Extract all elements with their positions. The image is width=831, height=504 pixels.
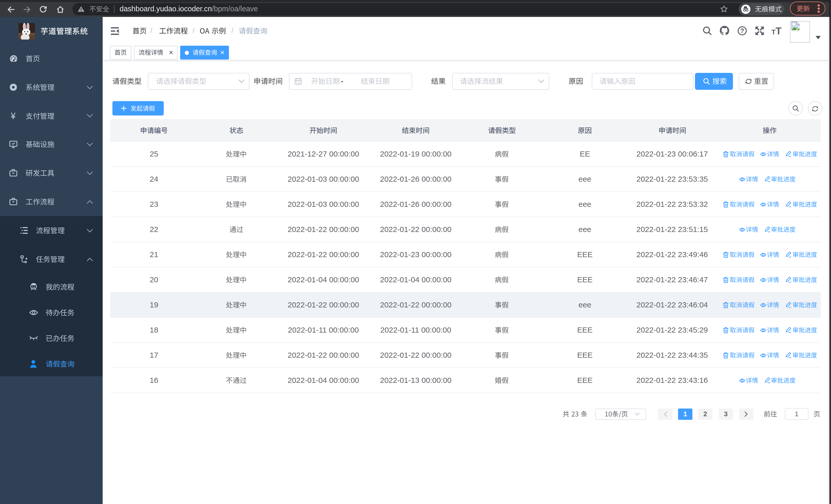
- svg-text:T: T: [771, 28, 776, 36]
- svg-text:T: T: [776, 26, 781, 36]
- svg-text:?: ?: [740, 27, 744, 34]
